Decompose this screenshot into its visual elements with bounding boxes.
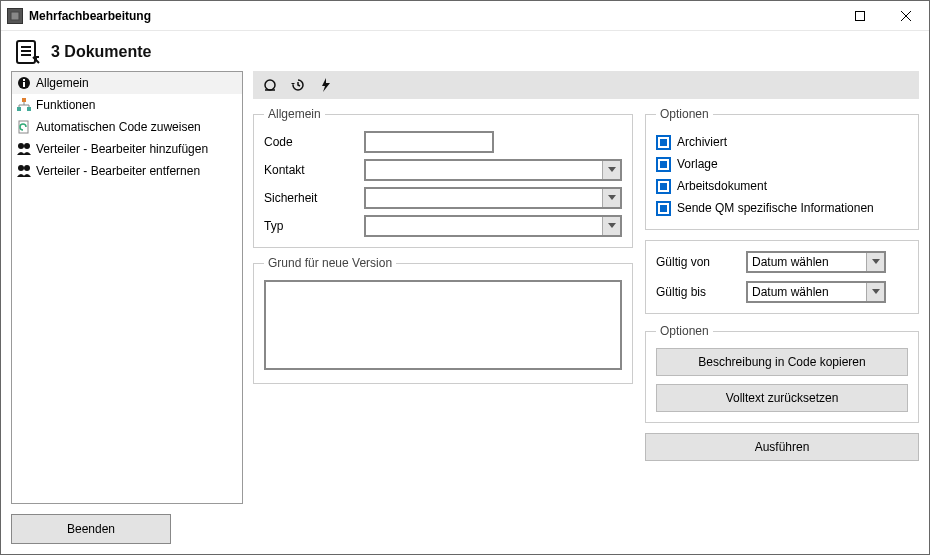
label-kontakt: Kontakt xyxy=(264,163,364,177)
tree-icon xyxy=(16,97,32,113)
date-gueltig-bis[interactable]: Datum wählen xyxy=(746,281,886,303)
svg-marker-26 xyxy=(608,167,616,172)
chevron-down-icon xyxy=(866,283,884,301)
svg-marker-29 xyxy=(872,259,880,264)
svg-point-23 xyxy=(265,80,275,90)
combo-kontakt[interactable] xyxy=(364,159,622,181)
users-icon xyxy=(16,141,32,157)
combo-sicherheit[interactable] xyxy=(364,187,622,209)
nav-item-allgemein[interactable]: Allgemein xyxy=(12,72,242,94)
label-typ: Typ xyxy=(264,219,364,233)
svg-rect-12 xyxy=(17,107,21,111)
nav-item-funktionen[interactable]: Funktionen xyxy=(12,94,242,116)
combo-typ[interactable] xyxy=(364,215,622,237)
document-refresh-icon xyxy=(16,119,32,135)
checkbox-arbeitsdokument[interactable] xyxy=(656,179,671,194)
toolbar-button-history[interactable] xyxy=(285,73,311,97)
svg-point-19 xyxy=(18,143,24,149)
toolbar-button-bolt[interactable] xyxy=(313,73,339,97)
button-execute[interactable]: Ausführen xyxy=(645,433,919,461)
chevron-down-icon xyxy=(602,217,620,235)
nav-item-add-editor[interactable]: Verteiler - Bearbeiter hinzufügen xyxy=(12,138,242,160)
svg-rect-0 xyxy=(11,12,19,20)
date-placeholder: Datum wählen xyxy=(752,285,829,299)
svg-rect-1 xyxy=(856,11,865,20)
window-title: Mehrfachbearbeitung xyxy=(29,9,151,23)
documents-icon xyxy=(15,39,43,65)
date-gueltig-von[interactable]: Datum wählen xyxy=(746,251,886,273)
button-reset-fulltext[interactable]: Volltext zurücksetzen xyxy=(656,384,908,412)
close-button[interactable] xyxy=(883,1,929,31)
chevron-down-icon xyxy=(866,253,884,271)
checkbox-archiviert[interactable] xyxy=(656,135,671,150)
svg-marker-28 xyxy=(608,223,616,228)
nav-item-code[interactable]: Automatischen Code zuweisen xyxy=(12,116,242,138)
group-optionen-checkboxes: Optionen Archiviert Vorlage Arbeitsdokum… xyxy=(645,107,919,230)
svg-rect-11 xyxy=(22,98,26,102)
label-gueltig-bis: Gültig bis xyxy=(656,285,746,299)
titlebar: Mehrfachbearbeitung xyxy=(1,1,929,31)
group-allgemein: Allgemein Code Kontakt Sicherheit xyxy=(253,107,633,248)
svg-point-22 xyxy=(24,165,30,171)
date-placeholder: Datum wählen xyxy=(752,255,829,269)
page-title: 3 Dokumente xyxy=(51,43,151,61)
svg-rect-9 xyxy=(23,82,25,87)
close-button-bottom[interactable]: Beenden xyxy=(11,514,171,544)
label-sicherheit: Sicherheit xyxy=(264,191,364,205)
textarea-version-reason[interactable] xyxy=(264,280,622,370)
legend-version: Grund für neue Version xyxy=(264,256,396,270)
svg-point-21 xyxy=(18,165,24,171)
checkbox-vorlage[interactable] xyxy=(656,157,671,172)
svg-rect-13 xyxy=(27,107,31,111)
nav-item-remove-editor[interactable]: Verteiler - Bearbeiter entfernen xyxy=(12,160,242,182)
label-arbeitsdokument: Arbeitsdokument xyxy=(677,179,767,193)
svg-point-20 xyxy=(24,143,30,149)
group-validity: Gültig von Datum wählen Gültig bis Datum… xyxy=(645,240,919,314)
legend-allgemein: Allgemein xyxy=(264,107,325,121)
maximize-button[interactable] xyxy=(837,1,883,31)
checkbox-sende-qm[interactable] xyxy=(656,201,671,216)
nav-list: Allgemein Funktionen Automatischen Code … xyxy=(11,71,243,504)
nav-label: Automatischen Code zuweisen xyxy=(36,120,201,134)
users-icon xyxy=(16,163,32,179)
toolbar xyxy=(253,71,919,99)
svg-marker-30 xyxy=(872,289,880,294)
nav-label: Verteiler - Bearbeiter entfernen xyxy=(36,164,200,178)
chevron-down-icon xyxy=(602,161,620,179)
group-optionen-buttons: Optionen Beschreibung in Code kopieren V… xyxy=(645,324,919,423)
info-icon xyxy=(16,75,32,91)
toolbar-button-1[interactable] xyxy=(257,73,283,97)
label-code: Code xyxy=(264,135,364,149)
nav-label: Verteiler - Bearbeiter hinzufügen xyxy=(36,142,208,156)
label-gueltig-von: Gültig von xyxy=(656,255,746,269)
svg-marker-25 xyxy=(322,78,330,92)
nav-label: Funktionen xyxy=(36,98,95,112)
svg-rect-10 xyxy=(23,79,25,81)
button-copy-description[interactable]: Beschreibung in Code kopieren xyxy=(656,348,908,376)
input-code[interactable] xyxy=(364,131,494,153)
label-archiviert: Archiviert xyxy=(677,135,727,149)
legend-optionen1: Optionen xyxy=(656,107,713,121)
app-icon xyxy=(7,8,23,24)
chevron-down-icon xyxy=(602,189,620,207)
header: 3 Dokumente xyxy=(1,31,929,71)
label-vorlage: Vorlage xyxy=(677,157,718,171)
svg-marker-27 xyxy=(608,195,616,200)
group-version: Grund für neue Version xyxy=(253,256,633,384)
nav-label: Allgemein xyxy=(36,76,89,90)
legend-optionen2: Optionen xyxy=(656,324,713,338)
label-sende-qm: Sende QM spezifische Informationen xyxy=(677,201,874,215)
